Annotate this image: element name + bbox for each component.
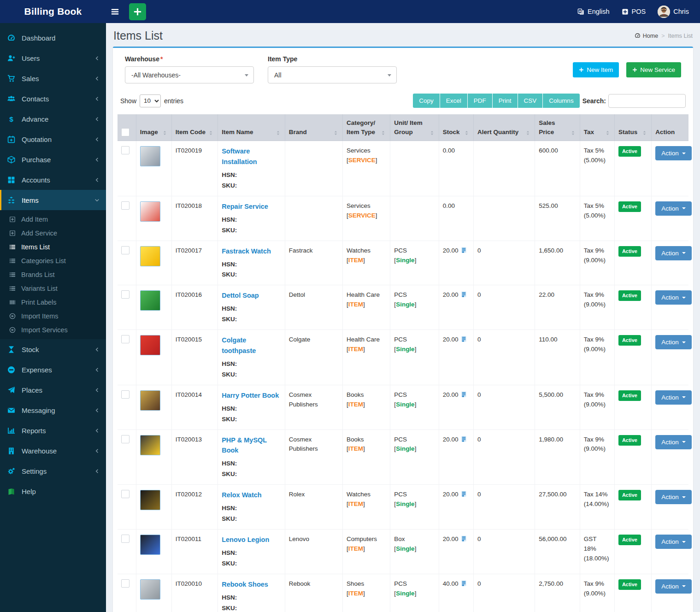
sidebar-item-import-services[interactable]: Import Services xyxy=(0,323,106,337)
column-header-unit-item-group[interactable]: Unit/ Item Group xyxy=(390,114,439,141)
item-name-link[interactable]: Colgate toothpaste xyxy=(222,336,256,354)
action-button[interactable]: Action xyxy=(655,390,692,405)
sidebar-item-add-service[interactable]: Add Service xyxy=(0,226,106,240)
sidebar-item-advance[interactable]: $Advance xyxy=(0,109,106,129)
column-header-item-name[interactable]: Item Name xyxy=(218,114,285,141)
item-name-link[interactable]: PHP & MySQL Book xyxy=(222,436,267,454)
item-thumbnail[interactable] xyxy=(140,146,160,166)
row-checkbox[interactable] xyxy=(121,490,129,498)
sidebar-toggle-button[interactable] xyxy=(106,0,124,23)
sidebar-item-items[interactable]: Items xyxy=(0,190,106,210)
row-checkbox[interactable] xyxy=(121,201,129,210)
stock-detail-icon[interactable] xyxy=(460,435,467,442)
item-name-link[interactable]: Harry Potter Book xyxy=(222,392,279,399)
item-thumbnail[interactable] xyxy=(140,490,160,510)
export-print-button[interactable]: Print xyxy=(493,94,518,108)
sidebar-item-messaging[interactable]: Messaging xyxy=(0,400,106,420)
export-pdf-button[interactable]: PDF xyxy=(468,94,493,108)
action-button[interactable]: Action xyxy=(655,435,692,449)
stock-detail-icon[interactable] xyxy=(460,535,467,542)
column-header-status[interactable]: Status xyxy=(614,114,651,141)
warehouse-select[interactable]: -All Warehouses- xyxy=(125,66,254,83)
export-copy-button[interactable]: Copy xyxy=(413,94,440,108)
sidebar-item-variants-list[interactable]: Variants List xyxy=(0,282,106,295)
item-name-link[interactable]: Dettol Soap xyxy=(222,292,259,299)
item-thumbnail[interactable] xyxy=(140,390,160,411)
sidebar-item-expenses[interactable]: Expenses xyxy=(0,359,106,380)
export-columns-button[interactable]: Columns xyxy=(543,94,579,108)
column-header-image[interactable]: Image xyxy=(136,114,171,141)
stock-detail-icon[interactable] xyxy=(460,247,467,253)
breadcrumb-home-link[interactable]: Home xyxy=(635,33,658,39)
sidebar-item-accounts[interactable]: Accounts xyxy=(0,170,106,190)
sidebar-item-reports[interactable]: Reports xyxy=(0,420,106,441)
sidebar-item-import-items[interactable]: Import Items xyxy=(0,309,106,323)
sidebar-item-brands-list[interactable]: Brands List xyxy=(0,268,106,282)
action-button[interactable]: Action xyxy=(655,535,692,549)
column-header-stock[interactable]: Stock xyxy=(439,114,473,141)
stock-detail-icon[interactable] xyxy=(460,490,467,497)
item-thumbnail[interactable] xyxy=(140,579,160,600)
row-checkbox[interactable] xyxy=(121,246,129,254)
action-button[interactable]: Action xyxy=(655,201,692,216)
action-button[interactable]: Action xyxy=(655,246,692,260)
stock-detail-icon[interactable] xyxy=(460,580,467,587)
pos-button[interactable]: POS xyxy=(622,8,646,15)
item-name-link[interactable]: Software Installation xyxy=(222,147,257,165)
action-button[interactable]: Action xyxy=(655,146,692,160)
sidebar-item-stock[interactable]: Stock xyxy=(0,339,106,359)
sidebar-item-add-item[interactable]: Add Item xyxy=(0,212,106,226)
sidebar-item-help[interactable]: Help xyxy=(0,481,106,501)
sidebar-item-quotation[interactable]: Quotation xyxy=(0,129,106,149)
item-thumbnail[interactable] xyxy=(140,435,160,455)
new-service-button[interactable]: New Service xyxy=(626,62,681,77)
page-size-select[interactable]: 10 xyxy=(140,94,161,107)
action-button[interactable]: Action xyxy=(655,579,692,594)
sidebar-item-print-labels[interactable]: Print Labels xyxy=(0,295,106,309)
sidebar-item-dashboard[interactable]: Dashboard xyxy=(0,28,106,48)
sidebar-item-sales[interactable]: Sales xyxy=(0,68,106,88)
stock-detail-icon[interactable] xyxy=(460,391,467,398)
stock-detail-icon[interactable] xyxy=(460,335,467,342)
sidebar-item-purchase[interactable]: Purchase xyxy=(0,149,106,170)
new-item-button[interactable]: New Item xyxy=(573,62,619,77)
item-name-link[interactable]: Fastrack Watch xyxy=(222,247,271,255)
row-checkbox[interactable] xyxy=(121,435,129,443)
action-button[interactable]: Action xyxy=(655,490,692,504)
language-menu[interactable]: A English xyxy=(577,8,610,15)
column-header-brand[interactable]: Brand xyxy=(285,114,342,141)
select-all-checkbox[interactable] xyxy=(121,128,129,136)
row-checkbox[interactable] xyxy=(121,146,129,154)
column-header-tax[interactable]: Tax xyxy=(580,114,614,141)
column-header-sales-price[interactable]: Sales Price xyxy=(535,114,580,141)
export-excel-button[interactable]: Excel xyxy=(440,94,468,108)
stock-detail-icon[interactable] xyxy=(460,291,467,298)
item-type-select[interactable]: All xyxy=(268,66,397,83)
item-thumbnail[interactable] xyxy=(140,246,160,266)
search-input[interactable] xyxy=(608,94,686,108)
column-header-category-item-type[interactable]: Category/ Item Type xyxy=(343,114,390,141)
item-thumbnail[interactable] xyxy=(140,201,160,222)
item-thumbnail[interactable] xyxy=(140,290,160,311)
sidebar-item-items-list[interactable]: Items List xyxy=(0,240,106,254)
export-csv-button[interactable]: CSV xyxy=(518,94,543,108)
column-header-alert-quantity[interactable]: Alert Quantity xyxy=(473,114,535,141)
sidebar-item-places[interactable]: Places xyxy=(0,380,106,400)
app-logo[interactable]: Billing Book xyxy=(0,6,106,17)
action-button[interactable]: Action xyxy=(655,290,692,305)
sidebar-item-users[interactable]: Users xyxy=(0,48,106,68)
row-checkbox[interactable] xyxy=(121,579,129,588)
row-checkbox[interactable] xyxy=(121,335,129,343)
item-thumbnail[interactable] xyxy=(140,335,160,355)
item-name-link[interactable]: Rebook Shoes xyxy=(222,581,268,588)
sidebar-item-warehouse[interactable]: Warehouse xyxy=(0,441,106,461)
sidebar-item-contacts[interactable]: Contacts xyxy=(0,88,106,109)
item-name-link[interactable]: Lenovo Legion xyxy=(222,536,269,543)
action-button[interactable]: Action xyxy=(655,335,692,349)
sidebar-item-categories-list[interactable]: Categories List xyxy=(0,254,106,268)
item-name-link[interactable]: Relox Watch xyxy=(222,491,261,499)
row-checkbox[interactable] xyxy=(121,390,129,399)
item-thumbnail[interactable] xyxy=(140,535,160,555)
sidebar-item-settings[interactable]: Settings xyxy=(0,461,106,481)
item-name-link[interactable]: Repair Service xyxy=(222,203,268,210)
